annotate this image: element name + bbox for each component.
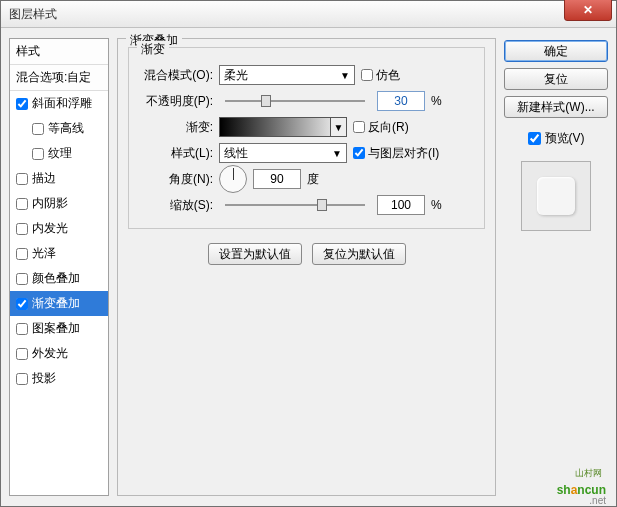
style-item-label: 渐变叠加 (32, 295, 80, 312)
style-item-4[interactable]: 内阴影 (10, 191, 108, 216)
preview-box (521, 161, 591, 231)
blend-mode-combo[interactable]: 柔光 ▼ (219, 65, 355, 85)
dither-input[interactable] (361, 69, 373, 81)
make-default-button[interactable]: 设置为默认值 (208, 243, 302, 265)
style-label: 样式(L): (139, 145, 213, 162)
style-item-label: 内发光 (32, 220, 68, 237)
dither-checkbox[interactable]: 仿色 (361, 67, 400, 84)
style-item-label: 光泽 (32, 245, 56, 262)
opacity-slider[interactable] (225, 100, 365, 102)
blend-mode-value: 柔光 (224, 67, 248, 84)
style-item-label: 投影 (32, 370, 56, 387)
style-checkbox[interactable] (16, 248, 28, 260)
dither-label: 仿色 (376, 67, 400, 84)
style-item-label: 纹理 (48, 145, 72, 162)
align-input[interactable] (353, 147, 365, 159)
style-value: 线性 (224, 145, 248, 162)
style-item-2[interactable]: 纹理 (10, 141, 108, 166)
preview-input[interactable] (528, 132, 541, 145)
style-item-11[interactable]: 投影 (10, 366, 108, 391)
style-item-9[interactable]: 图案叠加 (10, 316, 108, 341)
layer-style-dialog: 图层样式 ✕ 样式 混合选项:自定 斜面和浮雕等高线纹理描边内阴影内发光光泽颜色… (0, 0, 617, 507)
style-checkbox[interactable] (16, 173, 28, 185)
align-label: 与图层对齐(I) (368, 145, 439, 162)
client-area: 样式 混合选项:自定 斜面和浮雕等高线纹理描边内阴影内发光光泽颜色叠加渐变叠加图… (1, 28, 616, 506)
gradient-picker[interactable]: ▼ (219, 117, 347, 137)
style-checkbox[interactable] (32, 148, 44, 160)
ok-button[interactable]: 确定 (504, 40, 608, 62)
gradient-overlay-panel: 渐变叠加 渐变 混合模式(O): 柔光 ▼ 仿色 不透明度(P): (117, 38, 496, 496)
style-checkbox[interactable] (16, 348, 28, 360)
titlebar: 图层样式 ✕ (1, 1, 616, 28)
watermark-net: .net (589, 495, 606, 506)
style-item-label: 斜面和浮雕 (32, 95, 92, 112)
scale-unit: % (431, 198, 447, 212)
gradient-label: 渐变: (139, 119, 213, 136)
preview-swatch (537, 177, 575, 215)
style-checkbox[interactable] (16, 223, 28, 235)
scale-label: 缩放(S): (139, 197, 213, 214)
style-item-label: 等高线 (48, 120, 84, 137)
cancel-button[interactable]: 复位 (504, 68, 608, 90)
close-icon: ✕ (583, 3, 593, 17)
blending-options[interactable]: 混合选项:自定 (10, 65, 108, 91)
style-combo[interactable]: 线性 ▼ (219, 143, 347, 163)
style-checkbox[interactable] (16, 273, 28, 285)
styles-header[interactable]: 样式 (10, 39, 108, 65)
group-title: 渐变 (137, 41, 169, 58)
style-item-1[interactable]: 等高线 (10, 116, 108, 141)
chevron-down-icon: ▼ (340, 70, 350, 81)
style-item-label: 外发光 (32, 345, 68, 362)
style-item-3[interactable]: 描边 (10, 166, 108, 191)
right-buttons: 确定 复位 新建样式(W)... 预览(V) (504, 38, 608, 496)
style-item-10[interactable]: 外发光 (10, 341, 108, 366)
style-checkbox[interactable] (32, 123, 44, 135)
style-item-label: 内阴影 (32, 195, 68, 212)
reverse-label: 反向(R) (368, 119, 409, 136)
style-item-8[interactable]: 渐变叠加 (10, 291, 108, 316)
scale-thumb[interactable] (317, 199, 327, 211)
style-item-label: 颜色叠加 (32, 270, 80, 287)
opacity-value[interactable]: 30 (377, 91, 425, 111)
style-item-7[interactable]: 颜色叠加 (10, 266, 108, 291)
styles-list: 样式 混合选项:自定 斜面和浮雕等高线纹理描边内阴影内发光光泽颜色叠加渐变叠加图… (9, 38, 109, 496)
style-item-label: 描边 (32, 170, 56, 187)
angle-dial[interactable] (219, 165, 247, 193)
reverse-input[interactable] (353, 121, 365, 133)
reverse-checkbox[interactable]: 反向(R) (353, 119, 409, 136)
reset-default-button[interactable]: 复位为默认值 (312, 243, 406, 265)
style-checkbox[interactable] (16, 298, 28, 310)
style-item-5[interactable]: 内发光 (10, 216, 108, 241)
angle-unit: 度 (307, 171, 319, 188)
scale-slider[interactable] (225, 204, 365, 206)
preview-checkbox[interactable]: 预览(V) (504, 130, 608, 147)
angle-value[interactable]: 90 (253, 169, 301, 189)
style-checkbox[interactable] (16, 98, 28, 110)
window-title: 图层样式 (9, 6, 57, 23)
chevron-down-icon: ▼ (332, 148, 342, 159)
align-checkbox[interactable]: 与图层对齐(I) (353, 145, 439, 162)
opacity-thumb[interactable] (261, 95, 271, 107)
gradient-group: 渐变 混合模式(O): 柔光 ▼ 仿色 不透明度(P): (128, 47, 485, 229)
style-checkbox[interactable] (16, 198, 28, 210)
style-item-0[interactable]: 斜面和浮雕 (10, 91, 108, 116)
opacity-label: 不透明度(P): (139, 93, 213, 110)
opacity-unit: % (431, 94, 447, 108)
new-style-button[interactable]: 新建样式(W)... (504, 96, 608, 118)
chevron-down-icon[interactable]: ▼ (330, 118, 346, 136)
close-button[interactable]: ✕ (564, 0, 612, 21)
angle-label: 角度(N): (139, 171, 213, 188)
style-item-6[interactable]: 光泽 (10, 241, 108, 266)
preview-label: 预览(V) (545, 130, 585, 147)
scale-value[interactable]: 100 (377, 195, 425, 215)
style-item-label: 图案叠加 (32, 320, 80, 337)
style-checkbox[interactable] (16, 323, 28, 335)
blend-mode-label: 混合模式(O): (139, 67, 213, 84)
style-checkbox[interactable] (16, 373, 28, 385)
